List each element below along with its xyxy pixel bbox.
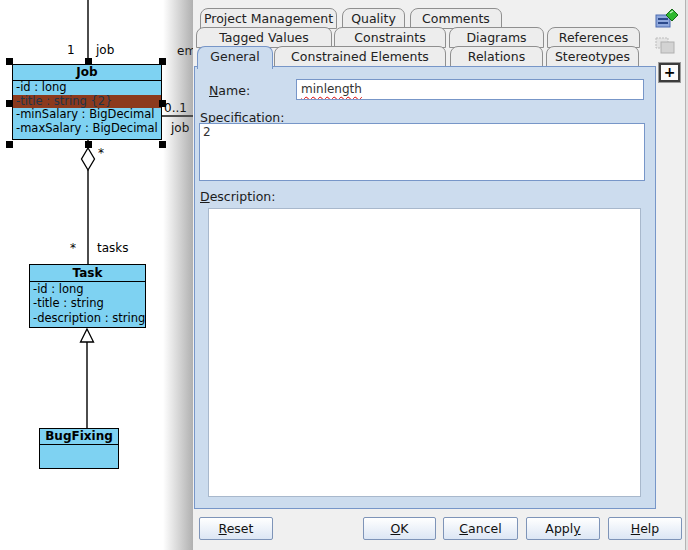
help-button[interactable]: Help bbox=[608, 517, 682, 540]
button-text: K bbox=[400, 521, 408, 536]
attribute-row[interactable]: -id : long bbox=[13, 81, 161, 95]
class-task[interactable]: Task -id : long -title : string -descrip… bbox=[29, 264, 146, 328]
tab-relations[interactable]: Relations bbox=[450, 46, 543, 67]
class-name[interactable]: Job bbox=[13, 65, 161, 81]
tab-general[interactable]: General bbox=[197, 46, 273, 69]
selection-handle[interactable] bbox=[6, 100, 13, 107]
attribute-row[interactable]: -title : string bbox=[30, 296, 145, 310]
argouml-window: 1 job em 0..1 job * * tasks Job -id : lo… bbox=[0, 0, 688, 550]
selection-handle[interactable] bbox=[6, 141, 13, 148]
specification-textarea[interactable]: 2 bbox=[199, 123, 645, 181]
diagram-canvas[interactable]: 1 job em 0..1 job * * tasks Job -id : lo… bbox=[0, 0, 193, 550]
apply-button[interactable]: Apply bbox=[526, 517, 600, 540]
tab-references[interactable]: References bbox=[547, 27, 640, 48]
tab-constraints[interactable]: Constraints bbox=[334, 27, 446, 48]
button-mnemonic: y bbox=[573, 521, 580, 536]
label-text: ame: bbox=[218, 83, 250, 98]
class-job[interactable]: Job -id : long -title : string {2} -minS… bbox=[12, 64, 162, 140]
name-input-value: minlength bbox=[301, 82, 362, 96]
name-input[interactable]: minlength bbox=[296, 79, 644, 100]
generalization-triangle-icon bbox=[81, 329, 94, 342]
tab-diagrams[interactable]: Diagrams bbox=[449, 27, 544, 48]
selection-handle[interactable] bbox=[6, 58, 13, 65]
reset-button[interactable]: Reset bbox=[199, 517, 273, 540]
delete-icon-disabled[interactable] bbox=[654, 36, 678, 56]
role-label[interactable]: job bbox=[96, 43, 114, 57]
properties-pane: Project Management Quality Comments Tagg… bbox=[193, 0, 688, 550]
label-text: escription: bbox=[210, 189, 276, 204]
tab-comments[interactable]: Comments bbox=[410, 8, 502, 29]
description-textarea[interactable] bbox=[208, 208, 641, 497]
tab-project-management[interactable]: Project Management bbox=[200, 8, 337, 29]
button-mnemonic: O bbox=[390, 521, 400, 536]
role-label[interactable]: tasks bbox=[97, 241, 129, 255]
selection-handle[interactable] bbox=[85, 141, 92, 148]
cancel-button[interactable]: Cancel bbox=[443, 517, 518, 540]
button-text: eset bbox=[227, 521, 254, 536]
selection-handle[interactable] bbox=[85, 58, 92, 65]
new-constraint-icon[interactable] bbox=[655, 8, 679, 29]
attribute-row[interactable]: -description : string bbox=[30, 311, 145, 325]
label-mnemonic: D bbox=[200, 189, 210, 204]
button-mnemonic: R bbox=[219, 521, 227, 536]
label-mnemonic: N bbox=[209, 83, 218, 98]
button-text: elp bbox=[640, 521, 659, 536]
tab-quality[interactable]: Quality bbox=[342, 8, 405, 29]
multiplicity-label[interactable]: * bbox=[98, 146, 104, 160]
button-text: ancel bbox=[468, 521, 502, 536]
attribute-row[interactable]: -id : long bbox=[30, 282, 145, 296]
button-mnemonic: H bbox=[631, 521, 640, 536]
name-label: Name: bbox=[209, 83, 250, 98]
multiplicity-label[interactable]: 1 bbox=[67, 43, 75, 57]
tab-stereotypes[interactable]: Stereotypes bbox=[546, 46, 639, 67]
expand-panel-button[interactable]: + bbox=[659, 63, 680, 82]
attribute-row[interactable]: -minSalary : BigDecimal bbox=[13, 108, 161, 122]
specification-value: 2 bbox=[203, 125, 211, 139]
tab-constrained-elements[interactable]: Constrained Elements bbox=[274, 46, 446, 67]
attribute-row[interactable]: -maxSalary : BigDecimal bbox=[13, 122, 161, 136]
attribute-row-selected[interactable]: -title : string {2} bbox=[13, 95, 161, 109]
button-text: Appl bbox=[545, 521, 573, 536]
description-label: Description: bbox=[200, 189, 275, 204]
class-name[interactable]: BugFixing bbox=[40, 429, 118, 445]
aggregation-diamond-icon bbox=[82, 148, 95, 170]
general-tab-panel: Name: minlength Specification: 2 Descrip… bbox=[194, 66, 656, 509]
tab-tagged-values[interactable]: Tagged Values bbox=[196, 27, 332, 48]
ok-button[interactable]: OK bbox=[363, 517, 436, 540]
class-name[interactable]: Task bbox=[30, 265, 145, 282]
canvas-edge-shadow bbox=[163, 0, 193, 550]
class-bugfixing[interactable]: BugFixing bbox=[39, 428, 119, 469]
multiplicity-label[interactable]: * bbox=[70, 241, 76, 255]
button-mnemonic: C bbox=[459, 521, 468, 536]
